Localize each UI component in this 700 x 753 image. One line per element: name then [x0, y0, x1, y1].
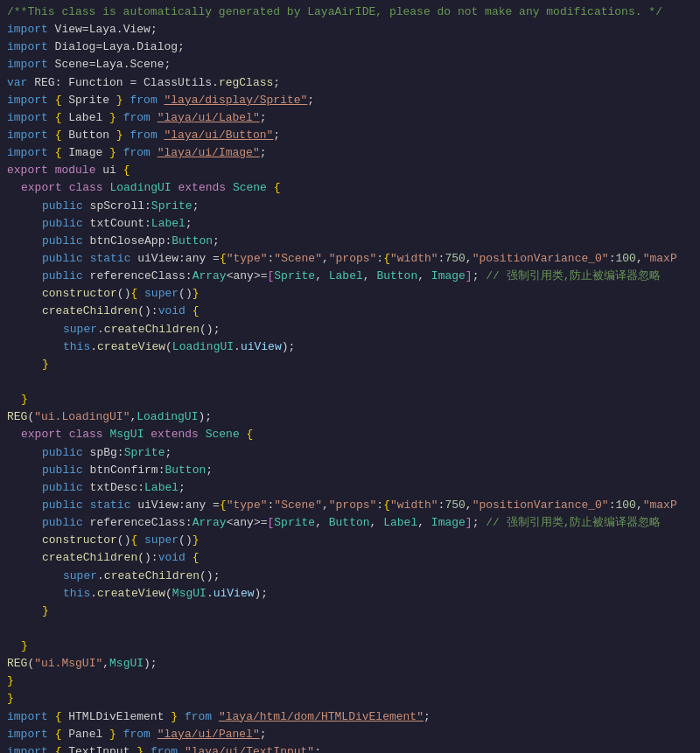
line-17: constructor(){ super()}: [0, 285, 700, 303]
line-31: constructor(){ super()}: [0, 532, 700, 549]
line-12: public spScroll:Sprite;: [0, 198, 700, 215]
line-10: export module ui {: [0, 162, 700, 179]
line-6: import { Sprite } from "laya/display/Spr…: [0, 92, 700, 109]
line-4: import Scene=Laya.Scene;: [0, 56, 700, 73]
line-40: }: [0, 690, 700, 708]
line-34: this.createView(MsgUI.uiView);: [0, 585, 700, 603]
line-28: public txtDesc:Label;: [0, 479, 700, 497]
line-11: export class LoadingUI extends Scene {: [0, 179, 700, 197]
line-35: }: [0, 603, 700, 620]
line-38: REG("ui.MsgUI",MsgUI);: [0, 655, 700, 673]
line-43: import { TextInput } from "laya/ui/TextI…: [0, 743, 700, 753]
line-22: [0, 373, 700, 391]
line-8: import { Button } from "laya/ui/Button";: [0, 127, 700, 144]
line-33: super.createChildren();: [0, 568, 700, 585]
line-30: public referenceClass:Array<any>=[Sprite…: [0, 514, 700, 532]
line-16: public referenceClass:Array<any>=[Sprite…: [0, 268, 700, 285]
line-25: export class MsgUI extends Scene {: [0, 426, 700, 443]
line-23: }: [0, 391, 700, 408]
line-32: createChildren():void {: [0, 549, 700, 567]
line-18: createChildren():void {: [0, 303, 700, 320]
line-27: public btnConfirm:Button;: [0, 462, 700, 479]
line-21: }: [0, 356, 700, 373]
line-5: var REG: Function = ClassUtils.regClass;: [0, 74, 700, 92]
line-20: this.createView(LoadingUI.uiView);: [0, 338, 700, 356]
line-14: public btnCloseApp:Button;: [0, 233, 700, 250]
line-37: }: [0, 638, 700, 655]
line-41: import { HTMLDivElement } from "laya/htm…: [0, 708, 700, 726]
line-19: super.createChildren();: [0, 321, 700, 338]
line-15: public static uiView:any ={"type":"Scene…: [0, 250, 700, 268]
line-7: import { Label } from "laya/ui/Label";: [0, 109, 700, 127]
line-13: public txtCount:Label;: [0, 215, 700, 233]
line-42: import { Panel } from "laya/ui/Panel";: [0, 726, 700, 743]
line-29: public static uiView:any ={"type":"Scene…: [0, 497, 700, 514]
code-editor: /**This class is automatically generated…: [0, 0, 700, 753]
line-24: REG("ui.LoadingUI",LoadingUI);: [0, 408, 700, 426]
line-26: public spBg:Sprite;: [0, 444, 700, 462]
line-9: import { Image } from "laya/ui/Image";: [0, 144, 700, 162]
line-39: }: [0, 673, 700, 690]
line-2: import View=Laya.View;: [0, 21, 700, 38]
line-36: [0, 620, 700, 638]
line-3: import Dialog=Laya.Dialog;: [0, 38, 700, 56]
line-1: /**This class is automatically generated…: [0, 3, 700, 21]
